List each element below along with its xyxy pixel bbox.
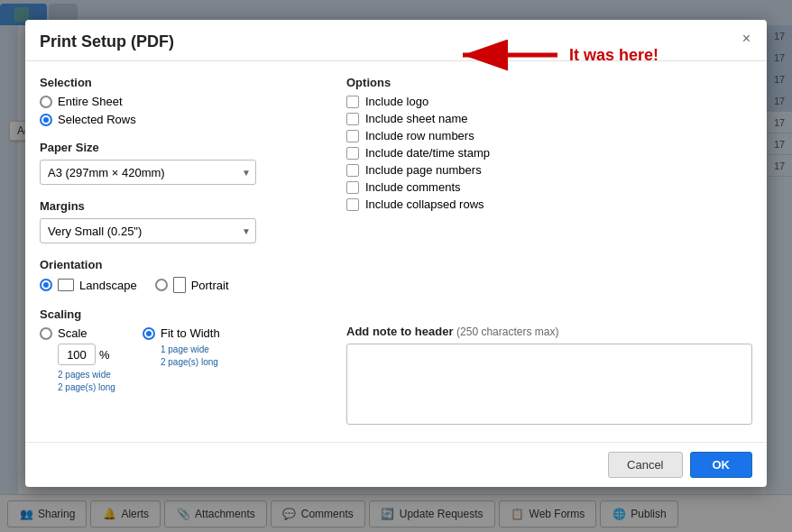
selection-section: Selection Entire Sheet Selected Rows	[40, 76, 328, 126]
modal-title: Print Setup (PDF)	[40, 32, 174, 51]
paper-size-select-wrapper: A4 (210mm × 297mm) A3 (297mm × 420mm) Le…	[40, 160, 256, 185]
selected-rows-radio[interactable]	[40, 114, 52, 126]
fit-to-width-option: Fit to Width 1 page wide 2 page(s) long	[143, 326, 220, 369]
note-textarea[interactable]	[346, 344, 752, 425]
scale-value-input[interactable]	[58, 344, 96, 365]
margins-select-wrapper: None (0") Very Small (0.25") Small (0.5"…	[40, 218, 256, 243]
include-page-numbers-checkbox[interactable]	[346, 164, 359, 177]
landscape-option[interactable]: Landscape	[40, 279, 137, 292]
paper-size-select[interactable]: A4 (210mm × 297mm) A3 (297mm × 420mm) Le…	[40, 160, 256, 185]
portrait-option[interactable]: Portrait	[155, 277, 229, 293]
fit-hint: 1 page wide 2 page(s) long	[161, 344, 220, 369]
margins-select[interactable]: None (0") Very Small (0.25") Small (0.5"…	[40, 218, 256, 243]
include-comments-checkbox[interactable]	[346, 181, 359, 194]
options-label: Options	[346, 76, 752, 89]
scaling-options: Scale % 2 pages wide 2 page(s) long	[40, 326, 328, 394]
scale-top-row: Scale	[40, 326, 115, 340]
arrow-svg	[454, 32, 562, 78]
include-page-numbers-item: Include page numbers	[346, 163, 752, 177]
orientation-section: Orientation Landscape Portrait	[40, 258, 328, 293]
scale-radio[interactable]	[40, 327, 52, 340]
scale-hint: 2 pages wide 2 page(s) long	[58, 369, 115, 394]
include-collapsed-rows-item: Include collapsed rows	[346, 197, 752, 211]
left-column: Selection Entire Sheet Selected Rows Pap…	[40, 76, 328, 427]
include-datetime-checkbox[interactable]	[346, 147, 359, 160]
entire-sheet-radio[interactable]	[40, 96, 52, 108]
selection-radio-group: Entire Sheet Selected Rows	[40, 95, 328, 126]
fit-radio[interactable]	[143, 327, 155, 340]
include-datetime-label: Include date/time stamp	[365, 146, 490, 160]
note-header-label-row: Add note to header (250 characters max)	[346, 325, 752, 338]
options-section: Options Include logo Include sheet name …	[346, 76, 752, 316]
include-collapsed-rows-checkbox[interactable]	[346, 198, 359, 211]
paper-size-label: Paper Size	[40, 141, 328, 154]
portrait-radio[interactable]	[155, 279, 168, 291]
orientation-label: Orientation	[40, 258, 328, 271]
include-page-numbers-label: Include page numbers	[365, 163, 482, 177]
include-collapsed-rows-label: Include collapsed rows	[365, 197, 484, 211]
include-row-numbers-item: Include row numbers	[346, 129, 752, 142]
modal-footer: Cancel OK	[25, 442, 767, 487]
arrow-label: It was here!	[569, 46, 658, 65]
portrait-label: Portrait	[191, 279, 229, 292]
entire-sheet-option[interactable]: Entire Sheet	[40, 95, 328, 108]
modal-header: Print Setup (PDF) It was here! ×	[25, 20, 767, 61]
ok-button[interactable]: OK	[690, 452, 753, 478]
include-logo-checkbox[interactable]	[346, 96, 359, 108]
right-column: Options Include logo Include sheet name …	[346, 76, 752, 427]
paper-size-section: Paper Size A4 (210mm × 297mm) A3 (297mm …	[40, 141, 328, 185]
close-button[interactable]: ×	[737, 29, 756, 49]
arrow-annotation: It was here!	[454, 32, 658, 78]
margins-section: Margins None (0") Very Small (0.25") Sma…	[40, 199, 328, 243]
orientation-options: Landscape Portrait	[40, 277, 328, 293]
landscape-page-icon	[58, 279, 74, 291]
scale-option: Scale % 2 pages wide 2 page(s) long	[40, 326, 115, 394]
include-sheet-name-label: Include sheet name	[365, 112, 467, 125]
note-label: Add note to header	[346, 325, 453, 338]
print-setup-dialog: Print Setup (PDF) It was here! × Selecti…	[25, 20, 767, 487]
include-datetime-item: Include date/time stamp	[346, 146, 752, 160]
note-header-section: Add note to header (250 characters max)	[346, 325, 752, 427]
include-comments-label: Include comments	[365, 180, 461, 194]
fit-label: Fit to Width	[161, 326, 220, 340]
scaling-label: Scaling	[40, 307, 328, 321]
margins-label: Margins	[40, 199, 328, 213]
include-row-numbers-label: Include row numbers	[365, 129, 474, 142]
include-sheet-name-checkbox[interactable]	[346, 113, 359, 125]
fit-top-row: Fit to Width	[143, 326, 220, 340]
modal-body: Selection Entire Sheet Selected Rows Pap…	[25, 61, 767, 442]
scaling-section: Scaling Scale % 2 pages wide	[40, 307, 328, 394]
scale-label: Scale	[58, 326, 87, 340]
include-row-numbers-checkbox[interactable]	[346, 130, 359, 142]
selection-label: Selection	[40, 76, 328, 89]
landscape-radio[interactable]	[40, 279, 52, 291]
entire-sheet-label: Entire Sheet	[58, 95, 123, 108]
selected-rows-label: Selected Rows	[58, 113, 136, 126]
cancel-button[interactable]: Cancel	[608, 452, 682, 478]
include-logo-item: Include logo	[346, 95, 752, 108]
include-logo-label: Include logo	[365, 95, 428, 108]
scale-unit: %	[99, 348, 110, 362]
portrait-page-icon	[173, 277, 186, 293]
include-comments-item: Include comments	[346, 180, 752, 194]
note-sublabel: (250 characters max)	[456, 326, 558, 338]
landscape-label: Landscape	[79, 279, 137, 292]
include-sheet-name-item: Include sheet name	[346, 112, 752, 125]
selected-rows-option[interactable]: Selected Rows	[40, 113, 328, 126]
